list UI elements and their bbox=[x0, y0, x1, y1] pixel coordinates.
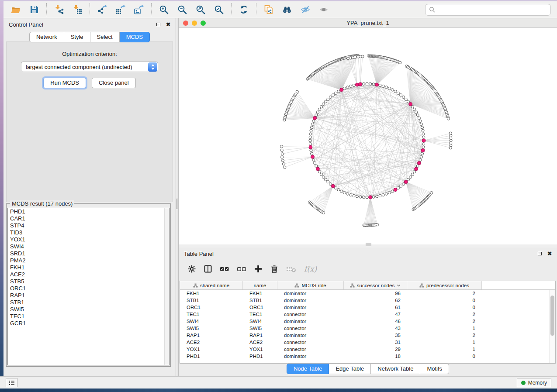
splitter-handle[interactable] bbox=[366, 243, 371, 246]
close-window-icon[interactable] bbox=[183, 21, 188, 26]
tab-style[interactable]: Style bbox=[64, 32, 90, 42]
apply-layout-icon[interactable] bbox=[238, 4, 249, 15]
maximize-window-icon[interactable] bbox=[201, 21, 206, 26]
table-scrollbar-thumb[interactable] bbox=[550, 296, 554, 336]
mcds-result-item[interactable]: RAP1 bbox=[8, 292, 169, 299]
mcds-result-item[interactable]: FKH1 bbox=[8, 264, 169, 271]
table-row[interactable]: STB1STB1dominator620 bbox=[180, 297, 555, 304]
cell-shared-name: SWI4 bbox=[180, 318, 243, 325]
control-panel-header: Control Panel ✖ bbox=[3, 18, 176, 31]
float-panel-icon[interactable] bbox=[538, 252, 542, 255]
list-icon bbox=[8, 379, 15, 386]
table-row[interactable]: RAP1RAP1dominator352 bbox=[180, 332, 555, 339]
run-mcds-button[interactable]: Run MCDS bbox=[43, 78, 86, 88]
table-row[interactable]: SWI4SWI4dominator462 bbox=[180, 318, 555, 325]
memory-button[interactable]: Memory bbox=[517, 378, 551, 387]
memory-status-icon bbox=[521, 381, 526, 385]
mcds-result-item[interactable]: STB5 bbox=[8, 278, 169, 285]
column-header-mcds-role[interactable]: MCDS role bbox=[277, 281, 344, 289]
table-row[interactable]: SWI5SWI5connector431 bbox=[180, 325, 555, 332]
mcds-result-item[interactable]: STP4 bbox=[8, 222, 169, 229]
zoom-fit-icon[interactable] bbox=[195, 4, 206, 15]
table-row[interactable]: PHD1PHD1dominator180 bbox=[180, 353, 555, 360]
task-history-button[interactable] bbox=[6, 378, 17, 387]
create-column-plus-icon[interactable] bbox=[254, 265, 263, 273]
column-header-shared-name[interactable]: shared name bbox=[180, 281, 243, 289]
tab-network[interactable]: Network bbox=[29, 32, 64, 42]
close-panel-icon[interactable]: ✖ bbox=[547, 251, 552, 256]
result-list-scrollbar[interactable] bbox=[164, 208, 169, 365]
table-scrollbar[interactable] bbox=[549, 290, 555, 363]
horizontal-splitter[interactable] bbox=[179, 244, 557, 248]
criterion-select-value: largest connected component (undirected) bbox=[26, 64, 132, 70]
mcds-result-item[interactable]: SWI5 bbox=[8, 306, 169, 313]
sort-arrow-icon bbox=[397, 284, 401, 287]
close-panel-button[interactable]: Close panel bbox=[92, 78, 136, 88]
table-row[interactable]: FKH1FKH1dominator962 bbox=[180, 290, 555, 297]
select-all-icon[interactable] bbox=[220, 265, 229, 273]
mcds-result-item[interactable]: ORC1 bbox=[8, 285, 169, 292]
network-canvas[interactable] bbox=[179, 28, 557, 244]
table-row[interactable]: ACE2ACE2connector311 bbox=[180, 339, 555, 346]
mcds-result-item[interactable]: SRD1 bbox=[8, 250, 169, 257]
node-table-body: FKH1FKH1dominator962STB1STB1dominator620… bbox=[180, 290, 555, 360]
cell-name: ACE2 bbox=[243, 339, 277, 346]
tab-edge-table[interactable]: Edge Table bbox=[329, 364, 371, 374]
table-settings-gear-icon[interactable] bbox=[187, 265, 196, 273]
mcds-result-item[interactable]: PHD1 bbox=[8, 208, 169, 215]
hide-selected-icon[interactable] bbox=[300, 4, 311, 15]
tab-mcds[interactable]: MCDS bbox=[120, 32, 150, 42]
table-panel-header: Table Panel ✖ bbox=[179, 248, 557, 260]
mcds-result-item[interactable]: STB1 bbox=[8, 299, 169, 306]
open-file-icon[interactable] bbox=[10, 4, 21, 15]
cell-predecessor-nodes: 2 bbox=[407, 311, 482, 318]
column-header-successor-nodes[interactable]: successor nodes bbox=[344, 281, 407, 289]
mcds-result-item[interactable]: SWI4 bbox=[8, 243, 169, 250]
cell-predecessor-nodes: 1 bbox=[407, 339, 482, 346]
criterion-select[interactable]: largest connected component (undirected) bbox=[21, 62, 158, 72]
export-table-icon[interactable] bbox=[115, 4, 126, 15]
table-row[interactable]: ORC1ORC1dominator610 bbox=[180, 304, 555, 311]
search-input[interactable] bbox=[437, 7, 547, 13]
mcds-result-item[interactable]: TEC1 bbox=[8, 313, 169, 320]
column-header-predecessor-nodes[interactable]: predecessor nodes bbox=[407, 281, 482, 289]
new-network-from-selection-icon[interactable] bbox=[263, 4, 274, 15]
splitter-handle[interactable] bbox=[176, 199, 178, 209]
export-image-icon[interactable] bbox=[133, 4, 145, 15]
table-row[interactable]: YOX1YOX1connector291 bbox=[180, 346, 555, 353]
mcds-result-item[interactable]: ACE2 bbox=[8, 271, 169, 278]
cell-shared-name: YOX1 bbox=[180, 346, 243, 353]
import-network-icon[interactable] bbox=[53, 4, 65, 15]
float-panel-icon[interactable] bbox=[156, 23, 160, 26]
delete-column-trash-icon[interactable] bbox=[270, 265, 279, 273]
first-neighbors-icon[interactable] bbox=[281, 4, 293, 15]
mcds-result-item[interactable]: YOX1 bbox=[8, 236, 169, 243]
column-header-name[interactable]: name bbox=[243, 281, 277, 289]
save-session-icon[interactable] bbox=[28, 4, 40, 15]
hierarchy-icon bbox=[193, 283, 198, 288]
zoom-out-icon[interactable] bbox=[176, 4, 188, 15]
mcds-result-item[interactable]: PMA2 bbox=[8, 257, 169, 264]
close-panel-icon[interactable]: ✖ bbox=[166, 22, 170, 27]
status-bar: Memory bbox=[0, 376, 557, 389]
mcds-result-item[interactable]: TID3 bbox=[8, 229, 169, 236]
tab-select[interactable]: Select bbox=[90, 32, 120, 42]
zoom-in-icon[interactable] bbox=[158, 4, 170, 15]
import-table-icon[interactable] bbox=[72, 4, 83, 15]
show-all-icon[interactable] bbox=[318, 4, 329, 15]
show-columns-icon[interactable] bbox=[204, 265, 212, 273]
deselect-all-icon[interactable] bbox=[237, 265, 246, 273]
cell-mcds-role: dominator bbox=[277, 318, 344, 325]
tab-node-table[interactable]: Node Table bbox=[287, 364, 329, 374]
minimize-window-icon[interactable] bbox=[192, 21, 197, 26]
vertical-splitter[interactable] bbox=[176, 18, 179, 376]
mcds-result-groupbox: MCDS result (17 nodes) PHD1CAR1STP4TID3Y… bbox=[6, 203, 171, 367]
mcds-result-item[interactable]: CAR1 bbox=[8, 215, 169, 222]
mcds-result-item[interactable]: GCR1 bbox=[8, 320, 169, 327]
tab-motifs[interactable]: Motifs bbox=[420, 364, 449, 374]
table-row[interactable]: TEC1TEC1connector472 bbox=[180, 311, 555, 318]
export-network-icon[interactable] bbox=[97, 4, 108, 15]
cell-successor-nodes: 96 bbox=[344, 290, 407, 297]
zoom-selected-icon[interactable] bbox=[213, 4, 225, 15]
tab-network-table[interactable]: Network Table bbox=[371, 364, 420, 374]
